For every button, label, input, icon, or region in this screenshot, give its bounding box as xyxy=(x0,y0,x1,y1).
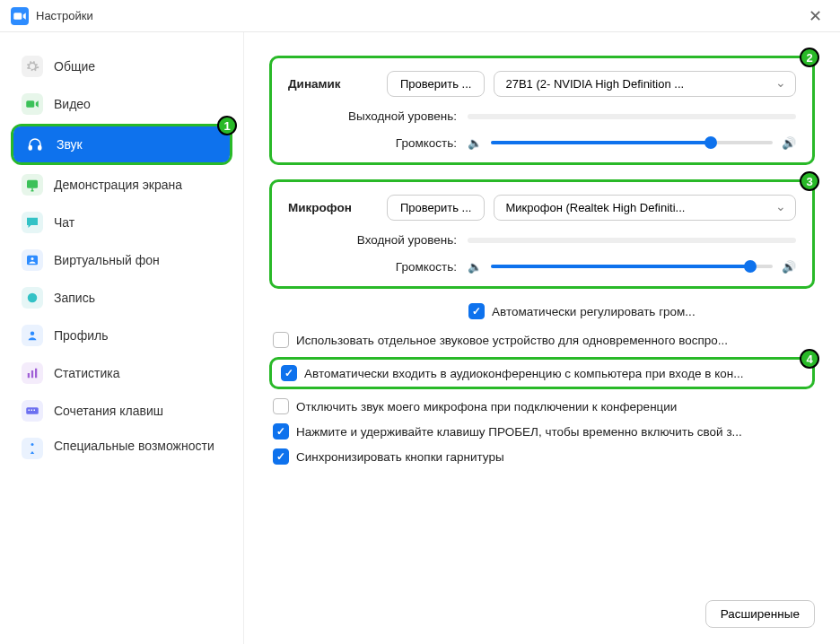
microphone-title: Микрофон xyxy=(288,201,387,214)
headphones-icon xyxy=(24,134,46,155)
sidebar-item-label: Общие xyxy=(54,59,95,74)
svg-rect-0 xyxy=(13,13,22,20)
volume-low-icon: 🔈 xyxy=(468,136,482,150)
auto-adjust-row: Автоматически регулировать гром... xyxy=(465,303,815,319)
sidebar-item-label: Чат xyxy=(54,215,74,230)
sidebar-item-label: Специальные возможности xyxy=(54,438,214,454)
sidebar-item-label: Демонстрация экрана xyxy=(54,178,182,192)
sidebar-item-audio[interactable]: Звук xyxy=(13,126,230,162)
output-level-label: Выходной уровень: xyxy=(288,109,468,123)
profile-icon xyxy=(22,325,43,346)
mute-on-join-label: Отключить звук моего микрофона при подкл… xyxy=(296,400,677,413)
sidebar-item-video[interactable]: Видео xyxy=(11,86,232,122)
window-title: Настройки xyxy=(36,9,801,22)
annotation-highlight-1: 1 Звук xyxy=(11,124,232,165)
annotation-badge: 1 xyxy=(217,116,237,135)
speaker-section: 2 Динамик Проверить ... 27B1 (2- NVIDIA … xyxy=(269,56,815,165)
space-unmute-checkbox[interactable] xyxy=(273,423,289,439)
mute-on-join-checkbox[interactable] xyxy=(273,398,289,414)
speaker-title: Динамик xyxy=(288,77,387,91)
virtual-bg-icon xyxy=(22,249,43,271)
sidebar-item-chat[interactable]: Чат xyxy=(11,205,232,240)
content: Общие Видео 1 Звук xyxy=(0,32,840,644)
volume-high-icon: 🔊 xyxy=(782,260,796,274)
sidebar-item-label: Виртуальный фон xyxy=(54,253,160,267)
record-icon xyxy=(22,287,43,309)
mic-volume-label: Громкость: xyxy=(288,260,468,274)
settings-window: Настройки ✕ Общие Видео 1 xyxy=(0,0,840,644)
input-level-meter xyxy=(468,238,796,243)
speaker-volume-slider[interactable] xyxy=(491,135,773,150)
space-unmute-label: Нажмите и удерживайте клавишу ПРОБЕЛ, чт… xyxy=(296,425,742,439)
mute-on-join-row: Отключить звук моего микрофона при подкл… xyxy=(269,398,815,414)
auto-adjust-checkbox[interactable] xyxy=(468,303,485,319)
gear-icon xyxy=(22,56,43,77)
auto-adjust-label: Автоматически регулировать гром... xyxy=(492,305,696,318)
svg-rect-15 xyxy=(34,410,36,412)
sync-headset-checkbox[interactable] xyxy=(273,448,289,465)
sidebar-item-label: Запись xyxy=(54,291,95,305)
sidebar-item-label: Звук xyxy=(57,137,83,152)
separate-device-checkbox[interactable] xyxy=(273,332,289,348)
app-icon xyxy=(11,7,29,25)
input-level-label: Входной уровень: xyxy=(288,233,468,247)
test-speaker-button[interactable]: Проверить ... xyxy=(387,71,485,97)
annotation-badge: 4 xyxy=(800,349,819,369)
separate-device-row: Использовать отдельное звуковое устройст… xyxy=(269,332,815,348)
volume-high-icon: 🔊 xyxy=(782,136,796,150)
sidebar-item-label: Профиль xyxy=(54,328,108,343)
sidebar-item-general[interactable]: Общие xyxy=(11,48,232,84)
sidebar-item-label: Статистика xyxy=(54,366,120,380)
statistics-icon xyxy=(22,362,43,384)
sidebar-item-label: Видео xyxy=(54,97,91,111)
close-button[interactable]: ✕ xyxy=(801,3,829,30)
auto-join-row: Автоматически входить в аудиоконференцию… xyxy=(281,365,803,381)
svg-rect-9 xyxy=(28,373,30,378)
mic-device-select[interactable]: Микрофон (Realtek High Definiti... xyxy=(494,195,796,221)
sync-headset-row: Синхронизировать кнопки гарнитуры xyxy=(269,448,815,465)
sidebar-item-label: Сочетания клавиш xyxy=(54,404,163,418)
sync-headset-label: Синхронизировать кнопки гарнитуры xyxy=(296,450,504,464)
sidebar-item-shortcuts[interactable]: Сочетания клавиш xyxy=(11,393,232,429)
svg-rect-10 xyxy=(31,370,33,378)
svg-rect-14 xyxy=(31,410,33,412)
speaker-volume-label: Громкость: xyxy=(288,136,468,150)
test-mic-button[interactable]: Проверить ... xyxy=(387,195,485,221)
speaker-device-select[interactable]: 27B1 (2- NVIDIA High Definition ... xyxy=(494,71,796,97)
share-screen-icon xyxy=(22,174,43,196)
svg-rect-2 xyxy=(29,146,31,151)
svg-point-6 xyxy=(31,257,34,260)
svg-point-16 xyxy=(31,443,34,446)
svg-point-7 xyxy=(28,293,38,303)
separate-device-label: Использовать отдельное звуковое устройст… xyxy=(296,334,728,347)
accessibility-icon xyxy=(22,438,43,459)
sidebar-item-accessibility[interactable]: Специальные возможности xyxy=(11,431,232,466)
svg-rect-11 xyxy=(35,369,37,379)
svg-rect-1 xyxy=(26,100,34,108)
sidebar-item-virtual-bg[interactable]: Виртуальный фон xyxy=(11,242,232,278)
sidebar-item-share-screen[interactable]: Демонстрация экрана xyxy=(11,167,232,203)
chat-icon xyxy=(22,212,43,233)
keyboard-icon xyxy=(22,400,43,422)
advanced-button[interactable]: Расширенные xyxy=(705,600,815,628)
microphone-section: 3 Микрофон Проверить ... Микрофон (Realt… xyxy=(269,179,815,289)
svg-point-8 xyxy=(31,332,35,336)
svg-rect-3 xyxy=(39,146,41,151)
auto-join-checkbox[interactable] xyxy=(281,365,297,381)
sidebar-item-profile[interactable]: Профиль xyxy=(11,318,232,353)
video-icon xyxy=(22,93,43,115)
volume-low-icon: 🔈 xyxy=(468,260,482,274)
output-level-meter xyxy=(468,114,796,119)
main-panel: 2 Динамик Проверить ... 27B1 (2- NVIDIA … xyxy=(244,32,840,644)
titlebar: Настройки ✕ xyxy=(0,0,840,32)
annotation-badge: 2 xyxy=(800,48,819,67)
mic-volume-slider[interactable] xyxy=(491,259,773,274)
annotation-badge: 3 xyxy=(800,171,819,191)
auto-join-label: Автоматически входить в аудиоконференцию… xyxy=(304,367,744,380)
space-unmute-row: Нажмите и удерживайте клавишу ПРОБЕЛ, чт… xyxy=(269,423,815,439)
sidebar-item-statistics[interactable]: Статистика xyxy=(11,355,232,391)
sidebar-item-recording[interactable]: Запись xyxy=(11,280,232,316)
annotation-highlight-4: 4 Автоматически входить в аудиоконференц… xyxy=(269,357,815,389)
svg-rect-13 xyxy=(29,410,31,412)
sidebar: Общие Видео 1 Звук xyxy=(0,32,244,644)
